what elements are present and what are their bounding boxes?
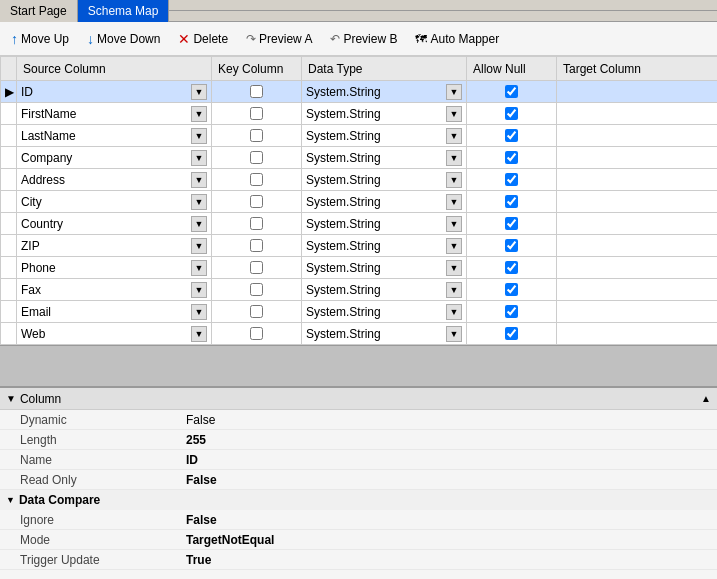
- key-checkbox[interactable]: [250, 129, 263, 142]
- source-column-cell[interactable]: Web▼: [17, 323, 212, 345]
- key-column-cell[interactable]: [212, 235, 302, 257]
- datatype-dropdown-arrow[interactable]: ▼: [446, 84, 462, 100]
- key-checkbox[interactable]: [250, 107, 263, 120]
- data-type-cell[interactable]: System.String▼: [302, 279, 467, 301]
- allow-null-checkbox[interactable]: [505, 283, 518, 296]
- allow-null-cell[interactable]: [467, 213, 557, 235]
- table-row[interactable]: City▼System.String▼: [1, 191, 718, 213]
- source-dropdown-arrow[interactable]: ▼: [191, 260, 207, 276]
- allow-null-checkbox[interactable]: [505, 173, 518, 186]
- source-dropdown-arrow[interactable]: ▼: [191, 216, 207, 232]
- data-type-cell[interactable]: System.String▼: [302, 301, 467, 323]
- key-column-cell[interactable]: [212, 191, 302, 213]
- allow-null-cell[interactable]: [467, 81, 557, 103]
- preview-b-button[interactable]: ↶ Preview B: [325, 30, 402, 48]
- datatype-dropdown-arrow[interactable]: ▼: [446, 106, 462, 122]
- key-checkbox[interactable]: [250, 261, 263, 274]
- allow-null-checkbox[interactable]: [505, 327, 518, 340]
- allow-null-checkbox[interactable]: [505, 195, 518, 208]
- key-column-cell[interactable]: [212, 323, 302, 345]
- data-type-cell[interactable]: System.String▼: [302, 125, 467, 147]
- preview-a-button[interactable]: ↷ Preview A: [241, 30, 317, 48]
- table-row[interactable]: Country▼System.String▼: [1, 213, 718, 235]
- table-row[interactable]: ZIP▼System.String▼: [1, 235, 718, 257]
- tab-schema-map[interactable]: Schema Map: [78, 0, 170, 22]
- allow-null-checkbox[interactable]: [505, 239, 518, 252]
- target-column-cell[interactable]: [557, 279, 718, 301]
- source-column-cell[interactable]: Phone▼: [17, 257, 212, 279]
- target-column-cell[interactable]: [557, 169, 718, 191]
- datatype-dropdown-arrow[interactable]: ▼: [446, 282, 462, 298]
- datatype-dropdown-arrow[interactable]: ▼: [446, 128, 462, 144]
- allow-null-cell[interactable]: [467, 257, 557, 279]
- allow-null-checkbox[interactable]: [505, 217, 518, 230]
- table-row[interactable]: Fax▼System.String▼: [1, 279, 718, 301]
- source-column-cell[interactable]: LastName▼: [17, 125, 212, 147]
- data-compare-section-header[interactable]: ▼ Data Compare: [0, 490, 717, 510]
- allow-null-cell[interactable]: [467, 125, 557, 147]
- source-column-cell[interactable]: Fax▼: [17, 279, 212, 301]
- target-column-cell[interactable]: [557, 147, 718, 169]
- allow-null-checkbox[interactable]: [505, 261, 518, 274]
- allow-null-cell[interactable]: [467, 279, 557, 301]
- delete-button[interactable]: ✕ Delete: [173, 29, 233, 49]
- move-down-button[interactable]: ↓ Move Down: [82, 29, 165, 49]
- key-column-cell[interactable]: [212, 169, 302, 191]
- key-column-cell[interactable]: [212, 279, 302, 301]
- target-column-cell[interactable]: [557, 81, 718, 103]
- target-column-cell[interactable]: [557, 125, 718, 147]
- table-row[interactable]: Phone▼System.String▼: [1, 257, 718, 279]
- source-dropdown-arrow[interactable]: ▼: [191, 84, 207, 100]
- target-column-cell[interactable]: [557, 323, 718, 345]
- datatype-dropdown-arrow[interactable]: ▼: [446, 216, 462, 232]
- key-column-cell[interactable]: [212, 301, 302, 323]
- allow-null-cell[interactable]: [467, 169, 557, 191]
- data-type-cell[interactable]: System.String▼: [302, 257, 467, 279]
- data-type-cell[interactable]: System.String▼: [302, 169, 467, 191]
- source-column-cell[interactable]: City▼: [17, 191, 212, 213]
- data-type-cell[interactable]: System.String▼: [302, 103, 467, 125]
- source-dropdown-arrow[interactable]: ▼: [191, 106, 207, 122]
- key-checkbox[interactable]: [250, 173, 263, 186]
- key-column-cell[interactable]: [212, 103, 302, 125]
- data-type-cell[interactable]: System.String▼: [302, 147, 467, 169]
- key-column-cell[interactable]: [212, 81, 302, 103]
- panel-scroll-up-icon[interactable]: ▲: [701, 393, 711, 404]
- allow-null-checkbox[interactable]: [505, 129, 518, 142]
- key-checkbox[interactable]: [250, 151, 263, 164]
- allow-null-cell[interactable]: [467, 323, 557, 345]
- column-section-header[interactable]: ▼ Column ▲: [0, 388, 717, 410]
- table-row[interactable]: LastName▼System.String▼: [1, 125, 718, 147]
- data-type-cell[interactable]: System.String▼: [302, 235, 467, 257]
- target-column-cell[interactable]: [557, 257, 718, 279]
- source-dropdown-arrow[interactable]: ▼: [191, 326, 207, 342]
- datatype-dropdown-arrow[interactable]: ▼: [446, 260, 462, 276]
- datatype-dropdown-arrow[interactable]: ▼: [446, 150, 462, 166]
- source-column-cell[interactable]: Email▼: [17, 301, 212, 323]
- table-row[interactable]: Address▼System.String▼: [1, 169, 718, 191]
- key-column-cell[interactable]: [212, 147, 302, 169]
- allow-null-cell[interactable]: [467, 191, 557, 213]
- source-column-cell[interactable]: Address▼: [17, 169, 212, 191]
- source-dropdown-arrow[interactable]: ▼: [191, 172, 207, 188]
- allow-null-checkbox[interactable]: [505, 151, 518, 164]
- allow-null-checkbox[interactable]: [505, 107, 518, 120]
- target-column-cell[interactable]: [557, 191, 718, 213]
- key-checkbox[interactable]: [250, 305, 263, 318]
- key-checkbox[interactable]: [250, 85, 263, 98]
- key-checkbox[interactable]: [250, 195, 263, 208]
- datatype-dropdown-arrow[interactable]: ▼: [446, 304, 462, 320]
- source-column-cell[interactable]: FirstName▼: [17, 103, 212, 125]
- key-column-cell[interactable]: [212, 257, 302, 279]
- table-row[interactable]: Company▼System.String▼: [1, 147, 718, 169]
- table-row[interactable]: ▶ID▼System.String▼: [1, 81, 718, 103]
- table-row[interactable]: Email▼System.String▼: [1, 301, 718, 323]
- key-column-cell[interactable]: [212, 125, 302, 147]
- source-dropdown-arrow[interactable]: ▼: [191, 304, 207, 320]
- source-dropdown-arrow[interactable]: ▼: [191, 150, 207, 166]
- allow-null-checkbox[interactable]: [505, 85, 518, 98]
- table-row[interactable]: Web▼System.String▼: [1, 323, 718, 345]
- key-checkbox[interactable]: [250, 327, 263, 340]
- allow-null-cell[interactable]: [467, 103, 557, 125]
- datatype-dropdown-arrow[interactable]: ▼: [446, 326, 462, 342]
